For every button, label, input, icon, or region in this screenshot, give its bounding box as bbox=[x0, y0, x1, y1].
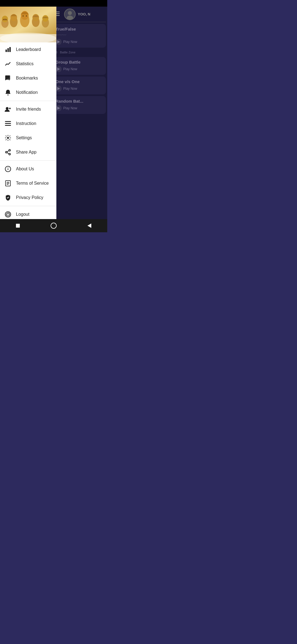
svg-point-39 bbox=[7, 137, 9, 139]
menu-item-privacy-policy[interactable]: Privacy Policy bbox=[0, 190, 56, 205]
menu-item-logout[interactable]: Logout bbox=[0, 207, 56, 219]
navigation-drawer: Leaderboard Statistics Bookmarks Notific… bbox=[0, 7, 56, 219]
svg-rect-36 bbox=[5, 121, 11, 122]
bottom-nav-bar bbox=[0, 219, 107, 232]
svg-rect-30 bbox=[9, 47, 11, 52]
settings-label: Settings bbox=[16, 135, 32, 140]
divider-1 bbox=[0, 101, 56, 101]
leaderboard-label: Leaderboard bbox=[16, 47, 41, 52]
svg-line-43 bbox=[7, 153, 9, 154]
share-app-label: Share App bbox=[16, 150, 37, 155]
svg-rect-29 bbox=[7, 48, 9, 52]
menu-item-settings[interactable]: Settings bbox=[0, 131, 56, 145]
invite-friends-icon bbox=[4, 106, 12, 113]
divider-2 bbox=[0, 160, 56, 161]
svg-rect-50 bbox=[7, 183, 9, 184]
status-bar bbox=[0, 0, 107, 7]
bookmarks-label: Bookmarks bbox=[16, 76, 38, 81]
instruction-label: Instruction bbox=[16, 121, 36, 126]
svg-rect-38 bbox=[5, 125, 11, 126]
back-button[interactable] bbox=[85, 222, 94, 230]
svg-rect-37 bbox=[5, 123, 11, 124]
menu-item-share-app[interactable]: Share App bbox=[0, 145, 56, 159]
svg-point-27 bbox=[26, 15, 27, 17]
home-button[interactable] bbox=[50, 222, 58, 230]
svg-point-47 bbox=[8, 167, 8, 168]
divider-3 bbox=[0, 206, 56, 206]
instruction-icon bbox=[4, 120, 12, 127]
leaderboard-icon bbox=[4, 46, 12, 53]
menu-item-invite-friends[interactable]: Invite friends bbox=[0, 102, 56, 116]
menu-item-instruction[interactable]: Instruction bbox=[0, 116, 56, 131]
svg-rect-49 bbox=[7, 182, 9, 182]
menu-item-notification[interactable]: Notification bbox=[0, 85, 56, 100]
about-us-icon bbox=[4, 165, 12, 173]
privacy-policy-label: Privacy Policy bbox=[16, 195, 43, 200]
svg-rect-28 bbox=[6, 50, 7, 52]
menu-item-leaderboard[interactable]: Leaderboard bbox=[0, 42, 56, 57]
drawer-overlay[interactable] bbox=[56, 7, 107, 219]
drawer-header-image bbox=[0, 7, 56, 42]
statistics-label: Statistics bbox=[16, 61, 34, 66]
logout-icon bbox=[4, 211, 12, 218]
svg-point-24 bbox=[4, 19, 4, 20]
svg-point-33 bbox=[6, 107, 9, 110]
svg-point-19 bbox=[32, 14, 39, 21]
svg-rect-51 bbox=[7, 184, 9, 185]
stop-button[interactable] bbox=[14, 222, 22, 230]
svg-point-26 bbox=[23, 15, 24, 17]
svg-line-44 bbox=[7, 151, 9, 152]
menu-item-bookmarks[interactable]: Bookmarks bbox=[0, 71, 56, 85]
svg-marker-57 bbox=[87, 223, 91, 228]
svg-point-25 bbox=[6, 19, 7, 20]
terms-icon bbox=[4, 180, 12, 187]
svg-point-32 bbox=[7, 95, 9, 95]
menu-item-about-us[interactable]: About Us bbox=[0, 162, 56, 176]
svg-rect-55 bbox=[16, 224, 20, 228]
invite-friends-label: Invite friends bbox=[16, 107, 41, 112]
statistics-icon bbox=[4, 60, 12, 67]
settings-icon bbox=[4, 134, 12, 141]
menu-item-statistics[interactable]: Statistics bbox=[0, 57, 56, 71]
notification-label: Notification bbox=[16, 90, 38, 95]
notification-icon bbox=[4, 89, 12, 96]
about-us-label: About Us bbox=[16, 167, 34, 171]
share-app-icon bbox=[4, 149, 12, 156]
svg-point-21 bbox=[42, 15, 48, 22]
terms-label: Terms of Service bbox=[16, 181, 49, 186]
menu-item-terms[interactable]: Terms of Service bbox=[0, 176, 56, 190]
bookmarks-icon bbox=[4, 75, 12, 82]
privacy-policy-icon bbox=[4, 194, 12, 201]
logout-label: Logout bbox=[16, 212, 29, 217]
svg-point-56 bbox=[51, 223, 56, 228]
